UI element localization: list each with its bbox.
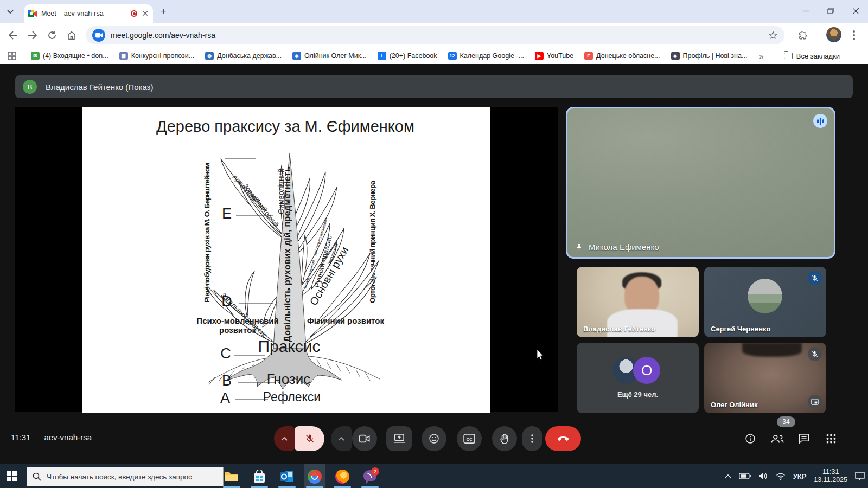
bookmark-item[interactable]: ▦Конкурсні пропози... (119, 52, 195, 60)
url-text[interactable]: meet.google.com/aev-vnah-rsa (111, 31, 768, 40)
mic-options-chevron[interactable] (274, 426, 295, 451)
svg-text:E: E (222, 206, 232, 222)
bookmark-star-icon[interactable] (768, 30, 778, 40)
tile-oleg[interactable]: Олег Олійник (704, 343, 826, 413)
bookmark-favicon: f (378, 52, 386, 60)
main-video-tile[interactable]: Микола Ефименко (566, 107, 835, 259)
bookmark-favicon: ◈ (671, 52, 680, 60)
raise-hand-button[interactable] (492, 426, 517, 451)
bookmark-favicon: ▦ (119, 52, 128, 60)
svg-text:C: C (220, 345, 231, 362)
bookmark-label: (20+) Facebook (390, 52, 437, 60)
tray-chevron-icon[interactable] (725, 474, 731, 478)
address-bar[interactable]: meet.google.com/aev-vnah-rsa (86, 26, 784, 44)
apps-grid-icon[interactable] (8, 52, 16, 60)
window-close-button[interactable] (843, 0, 868, 22)
tile-more-participants[interactable]: O Ещё 29 чел. (577, 343, 699, 413)
meet-controls-bar: 11:31 aev-vnah-rsa (0, 426, 868, 453)
bookmark-item[interactable]: ✉(4) Входящие • don... (31, 52, 108, 60)
tile-vladyslav[interactable]: Владислав Гейтенко (577, 267, 699, 337)
present-button[interactable] (386, 426, 412, 451)
extensions-icon[interactable] (796, 29, 809, 42)
site-camera-icon[interactable] (92, 29, 105, 42)
start-button[interactable] (0, 464, 24, 488)
meeting-time: 11:31 (11, 433, 30, 442)
audio-activity-icon (813, 114, 827, 128)
browser-tab[interactable]: Meet – aev-vnah-rsa ✕ (24, 4, 153, 23)
taskbar-outlook-icon[interactable] (276, 467, 298, 486)
home-button[interactable] (65, 29, 78, 42)
reload-button[interactable] (46, 29, 59, 42)
window-minimize-button[interactable] (793, 0, 818, 22)
taskbar-firefox-icon[interactable] (331, 467, 353, 486)
forward-button[interactable] (26, 29, 39, 42)
all-bookmarks-button[interactable]: Все закладки (784, 52, 840, 60)
folder-icon (784, 53, 793, 59)
mic-muted-button[interactable] (295, 426, 324, 451)
tray-clock[interactable]: 11:31 13.11.2025 (814, 468, 847, 484)
bookmark-item[interactable]: ◍Донбаська держав... (205, 52, 282, 60)
viber-badge: 2 (371, 467, 379, 476)
svg-text:D: D (221, 293, 232, 310)
language-indicator[interactable]: УКР (793, 472, 807, 480)
bookmark-item[interactable]: ◆Олійник Олег Мик... (292, 52, 367, 60)
participant-avatar-letter: O (633, 357, 660, 384)
windows-logo-icon (7, 471, 17, 481)
meeting-info: 11:31 aev-vnah-rsa (11, 433, 92, 442)
people-icon (771, 433, 784, 444)
captions-button[interactable]: CC (457, 426, 482, 451)
pin-icon (575, 243, 583, 251)
meet-page: В Владислав Гейтенко (Показ) Дерево прак… (0, 64, 868, 464)
presentation-stage: Дерево праксису за М. Єфименком Рівні по… (15, 107, 558, 412)
end-call-icon (557, 436, 569, 441)
taskbar-file-explorer-icon[interactable] (221, 467, 242, 486)
bookmark-favicon: ◆ (292, 52, 301, 60)
svg-text:Фізичний розвиток: Фізичний розвиток (307, 316, 384, 325)
chat-button[interactable] (796, 431, 812, 447)
bookmark-favicon: F (584, 52, 593, 60)
bookmarks-overflow-chevron[interactable]: » (759, 52, 763, 61)
back-button[interactable] (7, 29, 20, 42)
wifi-icon[interactable] (776, 473, 786, 480)
meeting-details-button[interactable] (742, 431, 758, 447)
battery-icon[interactable] (739, 473, 751, 479)
svg-text:A: A (220, 390, 230, 406)
speaker-icon[interactable] (758, 472, 768, 480)
svg-text:Праксис: Праксис (258, 337, 320, 355)
bookmark-item[interactable]: FДонецьке обласне... (584, 52, 660, 60)
tab-search-chevron-icon[interactable] (4, 6, 16, 18)
bookmark-item[interactable]: f(20+) Facebook (378, 52, 437, 60)
pip-icon[interactable] (808, 395, 822, 409)
tab-close-icon[interactable]: ✕ (142, 9, 149, 18)
tile-name: Сергей Черненко (711, 325, 770, 333)
grid-dots-icon (826, 434, 836, 444)
camera-button[interactable] (352, 426, 377, 451)
bookmark-item[interactable]: ▶YouTube (535, 52, 573, 60)
profile-avatar[interactable] (826, 27, 841, 42)
taskbar-viber-icon[interactable]: 2 (359, 467, 381, 486)
people-button[interactable] (769, 431, 786, 447)
taskbar-chrome-icon[interactable] (304, 467, 326, 486)
taskbar-search-box[interactable]: Чтобы начать поиск, введите здесь запрос (27, 467, 224, 486)
bookmark-label: YouTube (547, 52, 573, 60)
browser-menu-kebab-icon[interactable] (847, 29, 860, 42)
tile-sergey[interactable]: Сергей Черненко (704, 267, 826, 337)
reactions-button[interactable] (422, 426, 446, 451)
bookmark-item[interactable]: ◈Профіль | Нові зна... (671, 52, 748, 60)
new-tab-button[interactable]: + (161, 7, 167, 16)
action-center-icon[interactable] (855, 472, 865, 480)
search-icon (33, 472, 41, 481)
window-restore-button[interactable] (818, 0, 843, 22)
activities-button[interactable] (823, 431, 839, 447)
bookmark-label: Профіль | Нові зна... (683, 52, 748, 60)
presenter-banner-text: Владислав Гейтенко (Показ) (46, 82, 153, 92)
end-call-button[interactable] (545, 426, 581, 451)
participants-count-badge: 34 (777, 416, 795, 427)
bookmark-item[interactable]: 12Календар Google -... (448, 52, 524, 60)
taskbar-store-icon[interactable] (248, 467, 270, 486)
more-options-button[interactable] (522, 426, 542, 451)
svg-text:Рефлекси: Рефлекси (263, 390, 321, 404)
shared-slide: Дерево праксису за М. Єфименком Рівні по… (82, 107, 490, 413)
bookmark-favicon: ✉ (31, 52, 40, 60)
camera-options-chevron[interactable] (331, 426, 352, 451)
